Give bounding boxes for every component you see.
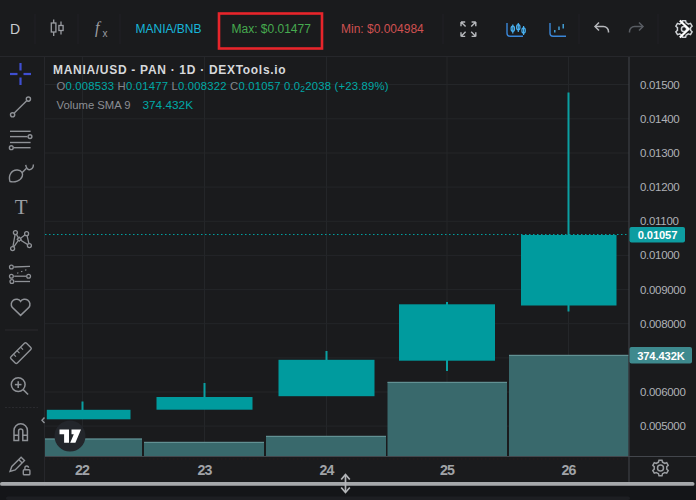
svg-text:25: 25: [440, 462, 455, 478]
svg-text:374.432K: 374.432K: [637, 350, 685, 362]
svg-text:0.006000: 0.006000: [640, 386, 686, 398]
svg-text:MANIA/BNB: MANIA/BNB: [136, 22, 202, 36]
svg-text:0.008000: 0.008000: [640, 318, 686, 330]
svg-text:O0.008533 H0.01477 L0.008322 C: O0.008533 H0.01477 L0.008322 C0.01057 0.…: [57, 80, 389, 94]
svg-text:T: T: [15, 195, 28, 219]
svg-text:Volume SMA 9: Volume SMA 9: [57, 99, 131, 111]
svg-text:x: x: [103, 28, 108, 39]
svg-text:D: D: [10, 21, 20, 37]
svg-text:0.009000: 0.009000: [640, 284, 686, 296]
svg-text:0.01200: 0.01200: [640, 181, 679, 193]
svg-text:Max: $0.01477: Max: $0.01477: [232, 22, 312, 36]
svg-text:MANIA/USD - PAN · 1D · DEXTool: MANIA/USD - PAN · 1D · DEXTools.io: [53, 63, 286, 77]
svg-text:0.01300: 0.01300: [640, 147, 679, 159]
svg-text:0.01400: 0.01400: [640, 113, 679, 125]
svg-text:24: 24: [319, 462, 334, 478]
svg-text:0.01500: 0.01500: [640, 79, 679, 91]
svg-text:374.432K: 374.432K: [143, 98, 194, 112]
svg-text:22: 22: [75, 462, 90, 478]
svg-text:0.01000: 0.01000: [640, 249, 679, 261]
svg-text:Min: $0.004984: Min: $0.004984: [341, 22, 424, 36]
svg-text:26: 26: [561, 462, 576, 478]
svg-text:0.005000: 0.005000: [640, 420, 686, 432]
svg-text:0.01057: 0.01057: [638, 229, 678, 241]
svg-text:0.01100: 0.01100: [640, 215, 679, 227]
svg-text:23: 23: [197, 462, 212, 478]
